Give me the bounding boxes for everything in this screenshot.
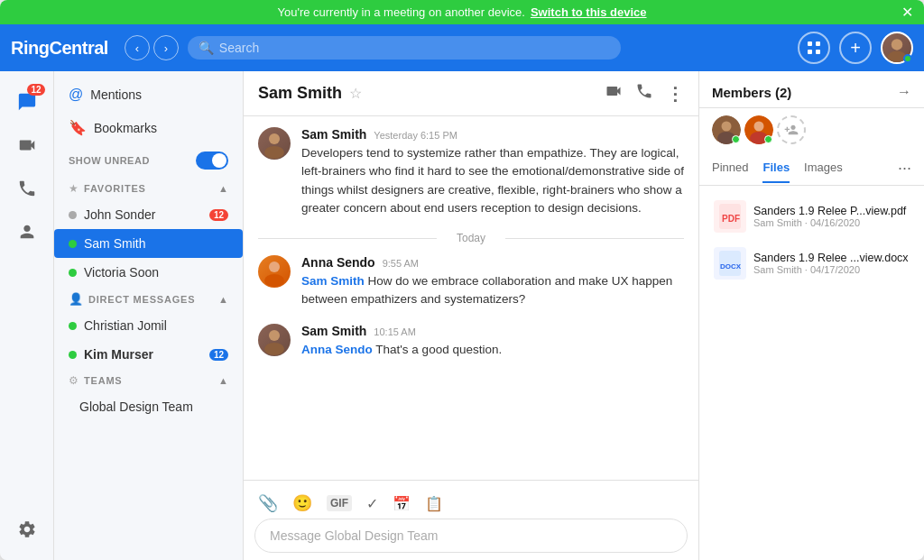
star-icon: ★ (69, 182, 79, 195)
contact-christian-jomil[interactable]: Christian Jomil (54, 311, 243, 340)
chat-header: Sam Smith ☆ ⋮ (244, 71, 698, 116)
document-button[interactable]: 📋 (425, 495, 443, 512)
sender-sam1: Sam Smith (301, 127, 366, 142)
sidebar-video-button[interactable] (7, 125, 47, 165)
bookmarks-nav-item[interactable]: 🔖 Bookmarks (54, 111, 243, 144)
favorites-collapse-icon[interactable]: ▲ (218, 183, 228, 194)
members-avatars (712, 115, 911, 144)
settings-icon (17, 519, 37, 539)
svg-text:PDF: PDF (722, 214, 740, 224)
switch-device-link[interactable]: Switch to this device (531, 5, 647, 19)
chat-toolbar: 📎 🙂 GIF ✓ 📅 📋 (254, 488, 688, 519)
calendar-button[interactable]: 📅 (393, 495, 411, 512)
date-divider-today: Today (258, 232, 684, 244)
file-list: PDF Sanders 1.9 Relee P...view.pdf Sam S… (699, 186, 924, 560)
christian-jomil-name: Christian Jomil (84, 318, 228, 333)
teams-label: TEAMS (84, 375, 218, 386)
add-member-icon (784, 123, 799, 137)
docx-filename: Sanders 1.9 Relee ...view.docx (753, 252, 910, 264)
contact-john-sonder[interactable]: John Sonder 12 (54, 200, 243, 229)
add-button[interactable]: + (839, 32, 872, 64)
back-button[interactable]: ‹ (125, 35, 150, 60)
pdf-meta: Sam Smith · 04/16/2020 (753, 217, 910, 228)
teams-icon: ⚙ (69, 374, 79, 387)
chat-messages: Sam Smith Yesterday 6:15 PM Developers t… (244, 116, 698, 480)
message-text-sam2: Anna Sendo That's a good question. (301, 341, 684, 359)
sidebar-phone-button[interactable] (7, 169, 47, 208)
main-content: 12 @ Mentions 🔖 Bookmarks (0, 71, 924, 560)
contact-kim-murser[interactable]: Kim Murser 12 (54, 340, 243, 369)
kim-murser-name: Kim Murser (84, 347, 202, 362)
mentions-nav-item[interactable]: @ Mentions (54, 78, 243, 111)
left-panel: @ Mentions 🔖 Bookmarks SHOW UNREAD ★ FAV… (54, 71, 244, 560)
more-tabs-button[interactable]: ··· (898, 151, 911, 185)
expand-panel-button[interactable]: → (897, 84, 911, 100)
svg-point-10 (269, 330, 280, 341)
svg-text:DOCX: DOCX (720, 262, 741, 271)
time-sam1: Yesterday 6:15 PM (374, 130, 457, 141)
show-unread-label: SHOW UNREAD (69, 155, 150, 166)
dm-collapse-icon[interactable]: ▲ (218, 294, 228, 305)
contact-victoria-soon[interactable]: Victoria Soon (54, 258, 243, 287)
teams-collapse-icon[interactable]: ▲ (218, 375, 228, 386)
message-header-sam2: Sam Smith 10:15 AM (301, 324, 684, 338)
sidebar-chat-button[interactable]: 12 (7, 82, 47, 122)
message-group-sam2: Sam Smith 10:15 AM Anna Sendo That's a g… (258, 324, 684, 359)
checkmark-button[interactable]: ✓ (366, 495, 378, 512)
contact-sam-smith[interactable]: Sam Smith (54, 229, 243, 258)
docx-icon: DOCX (714, 247, 746, 280)
bookmarks-label: Bookmarks (94, 121, 157, 135)
victoria-status-dot (69, 269, 77, 277)
member-avatar-2[interactable] (744, 115, 773, 144)
message-group-sam1: Sam Smith Yesterday 6:15 PM Developers t… (258, 127, 684, 217)
user-avatar-wrapper[interactable] (881, 32, 913, 64)
tab-pinned[interactable]: Pinned (712, 153, 748, 183)
at-icon: @ (69, 87, 83, 103)
message-header-anna: Anna Sendo 9:55 AM (301, 255, 684, 270)
anna-avatar-img (258, 255, 291, 288)
banner-close-button[interactable]: ✕ (901, 4, 913, 21)
more-options-button[interactable]: ⋮ (666, 83, 684, 105)
dm-icon: 👤 (69, 292, 83, 306)
tab-images[interactable]: Images (804, 153, 843, 183)
message-body-sam1: Sam Smith Yesterday 6:15 PM Developers t… (301, 127, 684, 217)
victoria-soon-name: Victoria Soon (84, 265, 228, 280)
sidebar-settings-button[interactable] (7, 510, 47, 549)
file-item-docx[interactable]: DOCX Sanders 1.9 Relee ...view.docx Sam … (707, 240, 917, 287)
gif-button[interactable]: GIF (327, 495, 352, 511)
contacts-icon (17, 222, 37, 242)
dm-label: DIRECT MESSAGES (88, 294, 218, 305)
search-icon: 🔍 (199, 41, 214, 55)
time-sam2: 10:15 AM (374, 326, 415, 337)
svg-point-9 (264, 274, 284, 287)
file-item-pdf[interactable]: PDF Sanders 1.9 Relee P...view.pdf Sam S… (707, 193, 917, 240)
svg-point-16 (754, 122, 764, 132)
favorites-label: FAVORITES (84, 183, 218, 194)
sam-avatar-msg1 (258, 127, 291, 160)
right-panel-header: Members (2) → (699, 71, 924, 108)
banner-message: You're currently in a meeting on another… (277, 5, 524, 19)
search-bar[interactable]: 🔍 (188, 36, 621, 60)
phone-call-button[interactable] (635, 82, 653, 105)
svg-point-4 (892, 39, 902, 50)
search-input[interactable] (219, 41, 610, 55)
emoji-button[interactable]: 🙂 (292, 493, 312, 513)
chat-star-button[interactable]: ☆ (349, 85, 362, 102)
member-avatar-1[interactable] (712, 115, 741, 144)
sidebar-contacts-button[interactable] (7, 212, 47, 252)
apps-grid-button[interactable] (798, 32, 830, 64)
toggle-thumb (212, 153, 226, 168)
team-global-design[interactable]: Global Design Team (54, 392, 243, 421)
mention-sam-in-anna: Sam Smith (301, 274, 365, 288)
add-member-button[interactable] (777, 115, 806, 144)
member2-status (764, 135, 772, 143)
forward-button[interactable]: › (153, 35, 179, 60)
john-status-dot (69, 211, 77, 219)
show-unread-toggle[interactable] (196, 151, 228, 170)
svg-rect-3 (816, 50, 820, 54)
message-group-anna: Anna Sendo 9:55 AM Sam Smith How do we e… (258, 255, 684, 309)
attach-button[interactable]: 📎 (258, 493, 278, 513)
tab-files[interactable]: Files (762, 153, 790, 183)
video-call-button[interactable] (605, 82, 623, 105)
chat-message-input[interactable] (254, 519, 688, 553)
